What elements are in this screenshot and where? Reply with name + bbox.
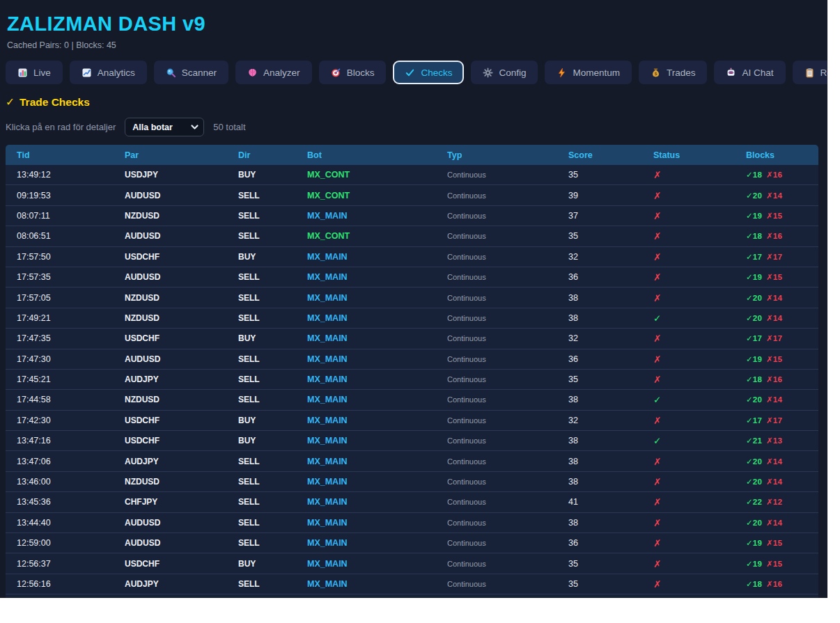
- table-row[interactable]: 17:44:58NZDUSDSELLMX_MAINContinuous38✓✓2…: [6, 390, 818, 410]
- tab-regler[interactable]: Regler: [793, 61, 827, 84]
- cell-par: AUDUSD: [119, 538, 233, 548]
- cell-score: 35: [563, 579, 648, 589]
- cell-tid: 17:42:30: [11, 416, 119, 425]
- cell-typ: Continuous: [442, 580, 563, 588]
- cell-par: AUDUSD: [119, 518, 233, 528]
- cell-blocks: ✓19✗15: [740, 272, 813, 282]
- table-row[interactable]: 17:57:50USDCHFBUYMX_MAINContinuous32✗✓17…: [6, 247, 818, 267]
- table-row[interactable]: 12:55:25NZDUSDSELLMX_MAINContinuous35✗✓1…: [6, 594, 818, 598]
- cell-typ: Continuous: [442, 212, 563, 220]
- blocks-pass-count: ✓19: [746, 539, 762, 547]
- status-cross-icon: ✗: [648, 456, 740, 467]
- table-row[interactable]: 13:49:12USDJPYBUYMX_CONTContinuous35✗✓18…: [6, 165, 818, 185]
- table-row[interactable]: 17:42:30USDCHFBUYMX_MAINContinuous32✗✓17…: [6, 411, 818, 431]
- tab-live[interactable]: Live: [6, 61, 63, 84]
- cell-dir: SELL: [233, 477, 302, 487]
- cell-par: NZDUSD: [119, 395, 233, 404]
- tab-momentum[interactable]: Momentum: [545, 61, 632, 84]
- cell-score: 37: [563, 211, 648, 221]
- table-body: 13:49:12USDJPYBUYMX_CONTContinuous35✗✓18…: [6, 165, 818, 598]
- table-row[interactable]: 13:47:16USDCHFBUYMX_MAINContinuous38✓✓21…: [6, 431, 818, 451]
- blocks-fail-count: ✗13: [766, 436, 782, 445]
- table-row[interactable]: 12:56:37USDCHFBUYMX_MAINContinuous35✗✓19…: [6, 553, 818, 574]
- tab-blocks[interactable]: Blocks: [319, 61, 387, 84]
- cell-dir: SELL: [233, 354, 302, 364]
- blocks-fail-count: ✗17: [766, 416, 782, 425]
- blocks-fail-count: ✗16: [766, 171, 782, 179]
- cell-typ: Continuous: [442, 457, 563, 466]
- tab-label: Scanner: [182, 68, 217, 78]
- cell-par: AUDJPY: [119, 579, 233, 589]
- table-row[interactable]: 17:57:35AUDUSDSELLMX_MAINContinuous36✗✓1…: [6, 267, 818, 287]
- status-cross-icon: ✗: [648, 476, 740, 487]
- cell-typ: Continuous: [442, 334, 563, 342]
- table-row[interactable]: 13:44:40AUDUSDSELLMX_MAINContinuous38✗✓2…: [6, 513, 818, 533]
- blocks-fail-count: ✗14: [766, 457, 782, 466]
- table-row[interactable]: 17:47:35USDCHFBUYMX_MAINContinuous32✗✓17…: [6, 329, 818, 349]
- column-header-blocks: Blocks: [740, 150, 813, 160]
- tab-bar: LiveAnalyticsScannerAnalyzerBlocksChecks…: [6, 61, 827, 84]
- table-row[interactable]: 09:19:53AUDUSDSELLMX_CONTContinuous39✗✓2…: [6, 185, 818, 205]
- cell-dir: SELL: [233, 579, 302, 589]
- table-row[interactable]: 12:59:00AUDUSDSELLMX_MAINContinuous36✗✓1…: [6, 533, 818, 553]
- table-row[interactable]: 17:57:05NZDUSDSELLMX_MAINContinuous38✗✓2…: [6, 287, 818, 308]
- bot-filter-select[interactable]: Alla botar: [125, 118, 204, 136]
- cell-typ: Continuous: [442, 478, 563, 486]
- tab-ai-chat[interactable]: AI Chat: [714, 61, 785, 84]
- tab-analytics[interactable]: Analytics: [70, 61, 147, 84]
- cell-score: 38: [563, 313, 648, 323]
- tab-trades[interactable]: $Trades: [639, 61, 708, 84]
- cell-bot: MX_MAIN: [302, 293, 442, 303]
- cell-tid: 13:45:36: [11, 497, 119, 507]
- cell-score: 38: [563, 518, 648, 528]
- cell-typ: Continuous: [442, 560, 563, 568]
- tab-config[interactable]: Config: [471, 61, 538, 84]
- svg-text:$: $: [654, 71, 658, 77]
- cell-typ: Continuous: [442, 171, 563, 179]
- blocks-fail-count: ✗14: [766, 191, 782, 200]
- tab-analyzer[interactable]: Analyzer: [235, 61, 312, 84]
- blocks-fail-count: ✗17: [766, 253, 782, 261]
- table-row[interactable]: 12:56:16AUDJPYSELLMX_MAINContinuous35✗✓1…: [6, 574, 818, 594]
- cell-dir: SELL: [233, 272, 302, 282]
- cell-dir: SELL: [233, 374, 302, 384]
- table-row[interactable]: 17:49:21NZDUSDSELLMX_MAINContinuous38✓✓2…: [6, 308, 818, 329]
- row-click-hint: Klicka på en rad för detaljer: [6, 122, 116, 132]
- cell-par: NZDUSD: [119, 211, 233, 221]
- page-header: ZALIZMAN DASH v9 Cached Pairs: 0 | Block…: [0, 0, 827, 50]
- cell-blocks: ✓19✗15: [740, 559, 813, 569]
- table-row[interactable]: 17:45:21AUDJPYSELLMX_MAINContinuous35✗✓1…: [6, 370, 818, 390]
- table-header-row: TidParDirBotTypScoreStatusBlocks: [6, 145, 818, 165]
- bot-filter-wrap: Alla botar: [125, 118, 204, 136]
- cell-typ: Continuous: [442, 232, 563, 240]
- table-row[interactable]: 08:07:11NZDUSDSELLMX_MAINContinuous37✗✓1…: [6, 206, 818, 226]
- cell-dir: SELL: [233, 231, 302, 241]
- tab-label: Analytics: [98, 68, 135, 78]
- blocks-fail-count: ✗14: [766, 478, 782, 486]
- cell-dir: SELL: [233, 211, 302, 221]
- cell-typ: Continuous: [442, 355, 563, 363]
- cell-typ: Continuous: [442, 253, 563, 261]
- tab-label: Live: [33, 68, 51, 78]
- page-title: ZALIZMAN DASH v9: [7, 13, 820, 36]
- cell-bot: MX_MAIN: [302, 395, 442, 404]
- cell-par: USDCHF: [119, 333, 233, 343]
- blocks-fail-count: ✗16: [766, 232, 782, 240]
- table-row[interactable]: 13:45:36CHFJPYSELLMX_MAINContinuous41✗✓2…: [6, 492, 818, 512]
- cell-typ: Continuous: [442, 395, 563, 404]
- blocks-pass-count: ✓20: [746, 457, 762, 466]
- table-row[interactable]: 17:47:30AUDUSDSELLMX_MAINContinuous36✗✓1…: [6, 349, 818, 370]
- cell-tid: 13:44:40: [11, 518, 119, 528]
- table-row[interactable]: 08:06:51AUDUSDSELLMX_CONTContinuous35✗✓1…: [6, 226, 818, 246]
- cell-blocks: ✓19✗15: [740, 354, 813, 364]
- cell-blocks: ✓20✗14: [740, 477, 813, 487]
- status-cross-icon: ✗: [648, 210, 740, 221]
- status-cross-icon: ✗: [648, 578, 740, 590]
- tab-checks[interactable]: Checks: [393, 61, 464, 84]
- table-row[interactable]: 13:47:06AUDJPYSELLMX_MAINContinuous38✗✓2…: [6, 451, 818, 471]
- blocks-pass-count: ✓18: [746, 171, 762, 179]
- status-check-icon: ✓: [648, 435, 740, 446]
- table-row[interactable]: 13:46:00NZDUSDSELLMX_MAINContinuous38✗✓2…: [6, 472, 818, 492]
- tab-scanner[interactable]: Scanner: [154, 61, 228, 84]
- blocks-pass-count: ✓20: [746, 294, 762, 302]
